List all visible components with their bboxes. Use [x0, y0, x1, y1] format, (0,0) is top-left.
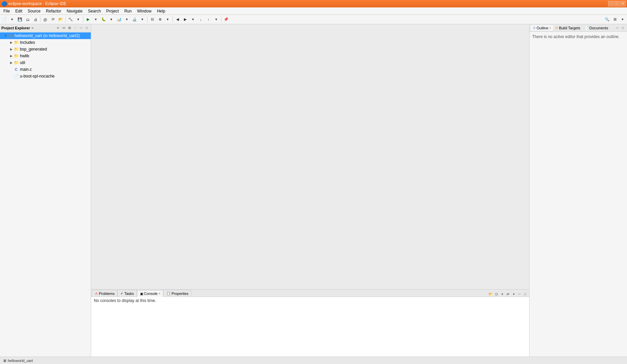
- debug-dropdown[interactable]: ▾: [108, 16, 115, 23]
- rp-header: ⊙ Outline × ⊙ Build Targets 📄 Documents …: [529, 24, 627, 32]
- pe-collapse-all[interactable]: ≡: [55, 25, 61, 31]
- editor-main: [91, 24, 529, 289]
- bsp-icon: 📁: [13, 47, 19, 52]
- save-button[interactable]: 💾: [16, 16, 24, 23]
- search-button[interactable]: 🔍: [603, 16, 611, 23]
- next-annotation[interactable]: ↓: [197, 16, 205, 23]
- pe-title-area: Project Explorer ×: [1, 26, 33, 30]
- perspectives-button[interactable]: ⊞: [611, 16, 619, 23]
- next-edit-button[interactable]: ⟳: [49, 16, 57, 23]
- pin-editor[interactable]: 📌: [222, 16, 230, 23]
- breakpoint-types[interactable]: ▾: [164, 16, 171, 23]
- menu-edit[interactable]: Edit: [12, 8, 25, 14]
- documents-icon: 📄: [584, 26, 589, 30]
- status-message: helloworld_uart: [8, 359, 33, 363]
- console-scroll-lock[interactable]: ⊡: [494, 291, 499, 297]
- menu-search[interactable]: Search: [85, 8, 104, 14]
- open-perspective-dropdown[interactable]: ▾: [619, 16, 626, 23]
- main-c-icon: C: [13, 67, 19, 72]
- console-label: Console: [144, 292, 158, 296]
- console-scroll-dropdown2[interactable]: ▾: [511, 291, 516, 297]
- outline-close-icon[interactable]: ×: [549, 26, 551, 30]
- print-button[interactable]: 🖨: [32, 16, 39, 23]
- title-bar-icon: 🔵: [1, 1, 7, 6]
- menu-window[interactable]: Window: [134, 8, 154, 14]
- tree-item-bsp-generated[interactable]: ▶ 📁 bsp_generated: [0, 46, 91, 53]
- menu-run[interactable]: Run: [121, 8, 134, 14]
- pe-toolbar: ≡ ⇔ ⊞ ⋮ ─ □: [55, 25, 89, 31]
- forward-button[interactable]: ▶: [182, 16, 189, 23]
- title-bar-controls[interactable]: ─ □ ✕: [608, 1, 626, 6]
- tree-item-util[interactable]: ▶ 📁 util: [0, 59, 91, 66]
- tab-build-targets[interactable]: ⊙ Build Targets: [553, 25, 582, 31]
- tree-item-uboot[interactable]: ▶ 📄 u-boot-spl-nocache: [0, 73, 91, 80]
- restore-button[interactable]: □: [614, 1, 620, 6]
- debug-button[interactable]: 🐛: [100, 16, 107, 23]
- save-all-button[interactable]: 🗂: [24, 16, 31, 23]
- documents-label: Documents: [590, 26, 608, 30]
- tab-documents[interactable]: 📄 Documents: [582, 25, 610, 31]
- profile-button[interactable]: 📊: [115, 16, 123, 23]
- back-dropdown[interactable]: ▾: [189, 16, 197, 23]
- tab-tasks[interactable]: ✓ Tasks: [117, 290, 137, 297]
- menu-navigate[interactable]: Navigate: [64, 8, 85, 14]
- skip-all-breakpoints[interactable]: ⊟: [148, 16, 156, 23]
- rp-maximize[interactable]: □: [620, 25, 626, 31]
- tab-properties[interactable]: 📋 Properties: [163, 290, 191, 297]
- add-breakpoint[interactable]: ⊕: [156, 16, 164, 23]
- menu-source[interactable]: Source: [25, 8, 43, 14]
- menu-refactor[interactable]: Refactor: [43, 8, 64, 14]
- open-resource-button[interactable]: 📂: [57, 16, 64, 23]
- tab-problems[interactable]: ⚠ Problems: [92, 290, 117, 297]
- new-button[interactable]: 📄: [1, 16, 8, 23]
- annotation-dropdown[interactable]: ▾: [213, 16, 220, 23]
- outline-icon: ⊙: [533, 26, 536, 30]
- pe-title-label: Project Explorer: [1, 26, 30, 30]
- console-close-icon[interactable]: ×: [159, 292, 160, 295]
- hwlib-icon: 📁: [13, 53, 19, 59]
- rp-minimize[interactable]: ─: [615, 25, 620, 31]
- menu-help[interactable]: Help: [154, 8, 168, 14]
- tree-item-main-c[interactable]: ▶ C main.c: [0, 66, 91, 73]
- console-scroll-dropdown[interactable]: ▾: [499, 291, 505, 297]
- minimize-button[interactable]: ─: [608, 1, 614, 6]
- tree-item-includes[interactable]: ▶ 📁 Includes: [0, 39, 91, 46]
- open-type-button[interactable]: @: [42, 16, 49, 23]
- menu-file[interactable]: File: [1, 8, 12, 14]
- build-button[interactable]: 🔨: [67, 16, 74, 23]
- back-button[interactable]: ◀: [174, 16, 181, 23]
- prev-annotation[interactable]: ↑: [205, 16, 212, 23]
- pe-minimize[interactable]: ─: [78, 25, 84, 31]
- util-icon: 📁: [13, 60, 19, 65]
- profile-dropdown[interactable]: ▾: [123, 16, 131, 23]
- toolbar: 📄 ▾ 💾 🗂 🖨 @ ⟳ 📂 🔨 ▾ ▶ ▾ 🐛 ▾ 📊 ▾ 🔬 ▾ ⊟ ⊕ …: [0, 15, 627, 24]
- run-dropdown[interactable]: ▾: [92, 16, 100, 23]
- tree-item-hwlib[interactable]: ▶ 📁 hwlib: [0, 53, 91, 59]
- center-area: ⚠ Problems ✓ Tasks ▣ Console ×: [91, 24, 529, 357]
- title-bar-left: 🔵 eclipse-workspace - Eclipse IDE: [1, 1, 66, 6]
- pe-link-editor[interactable]: ⇔: [61, 25, 66, 31]
- build-dropdown[interactable]: ▾: [75, 16, 82, 23]
- pe-maximize[interactable]: □: [84, 25, 89, 31]
- outline-label: Outline: [537, 26, 548, 30]
- tab-console[interactable]: ▣ Console ×: [137, 290, 164, 297]
- console-open-file[interactable]: 📂: [488, 291, 493, 297]
- console-word-wrap[interactable]: ⇌: [505, 291, 511, 297]
- pe-menu[interactable]: ⋮: [73, 25, 78, 31]
- main-layout: Project Explorer × ≡ ⇔ ⊞ ⋮ ─ □ ▼ 🗁 hello…: [0, 24, 627, 357]
- tree-item-project[interactable]: ▼ 🗁 helloworld_uart (in helloworld_uart2…: [0, 32, 91, 39]
- new-dropdown[interactable]: ▾: [8, 16, 16, 23]
- pe-close-icon[interactable]: ×: [31, 26, 33, 30]
- console-maximize[interactable]: □: [522, 291, 528, 297]
- close-button[interactable]: ✕: [620, 1, 626, 6]
- coverage-button[interactable]: 🔬: [131, 16, 138, 23]
- pe-filter[interactable]: ⊞: [67, 25, 72, 31]
- coverage-dropdown[interactable]: ▾: [139, 16, 146, 23]
- uboot-label: u-boot-spl-nocache: [20, 74, 55, 79]
- toolbar-sep-1: [40, 17, 40, 23]
- run-button[interactable]: ▶: [84, 16, 92, 23]
- menu-project[interactable]: Project: [104, 8, 121, 14]
- status-icon: 🖥: [3, 359, 6, 363]
- console-clear[interactable]: ─: [517, 291, 522, 297]
- tab-outline[interactable]: ⊙ Outline ×: [531, 25, 553, 31]
